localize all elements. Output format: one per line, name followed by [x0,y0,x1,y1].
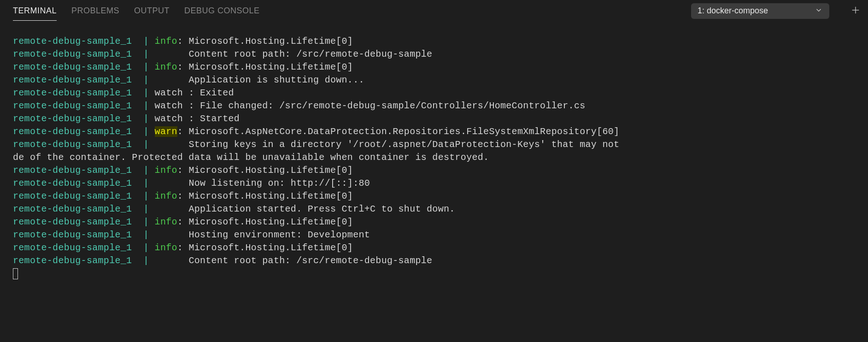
terminal-line: remote-debug-sample_1 | watch : Exited [13,87,868,100]
terminal-line: de of the container. Protected data will… [13,151,868,164]
terminal-cursor [13,268,18,279]
terminal-line: remote-debug-sample_1 | info: Microsoft.… [13,190,868,203]
terminal-line: remote-debug-sample_1 | warn: Microsoft.… [13,125,868,138]
new-terminal-button[interactable] [850,5,861,17]
terminal-line: remote-debug-sample_1 | watch : Started [13,112,868,125]
terminal-line: remote-debug-sample_1 | Content root pat… [13,254,868,267]
terminal-line: remote-debug-sample_1 | Now listening on… [13,177,868,190]
terminal-line: remote-debug-sample_1 | info: Microsoft.… [13,35,868,48]
panel-tab-bar: TERMINAL PROBLEMS OUTPUT DEBUG CONSOLE 1… [0,0,868,22]
terminal-line: remote-debug-sample_1 | Storing keys in … [13,138,868,151]
terminal-line: remote-debug-sample_1 | info: Microsoft.… [13,242,868,254]
tab-debug-console[interactable]: DEBUG CONSOLE [184,1,260,20]
terminal-line: remote-debug-sample_1 | Application star… [13,203,868,216]
tab-problems[interactable]: PROBLEMS [71,1,119,20]
terminal-output[interactable]: remote-debug-sample_1 | info: Microsoft.… [0,22,868,342]
terminal-line: remote-debug-sample_1 | watch : File cha… [13,100,868,112]
terminal-line: remote-debug-sample_1 | info: Microsoft.… [13,61,868,74]
terminal-line: remote-debug-sample_1 | info: Microsoft.… [13,216,868,229]
terminal-line: remote-debug-sample_1 | info: Microsoft.… [13,164,868,177]
terminal-selector-label: 1: docker-compose [698,6,768,16]
terminal-line: remote-debug-sample_1 | Content root pat… [13,48,868,61]
terminal-selector-dropdown[interactable]: 1: docker-compose [691,3,829,19]
chevron-down-icon [815,6,823,16]
integrated-terminal-panel: TERMINAL PROBLEMS OUTPUT DEBUG CONSOLE 1… [0,0,868,342]
tab-terminal[interactable]: TERMINAL [13,1,57,20]
terminal-line: remote-debug-sample_1 | Hosting environm… [13,229,868,242]
terminal-line: remote-debug-sample_1 | Application is s… [13,74,868,87]
tab-output[interactable]: OUTPUT [134,1,170,20]
